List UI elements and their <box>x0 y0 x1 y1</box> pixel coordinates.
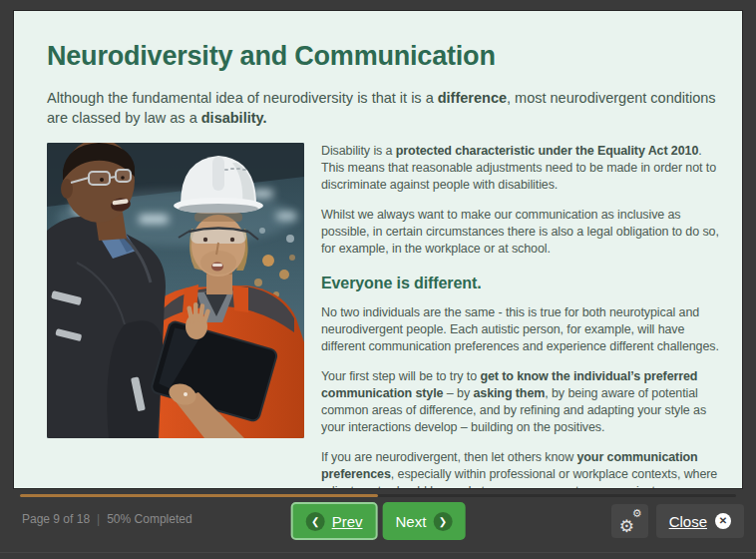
x-circle-icon: ✕ <box>715 513 731 529</box>
player-footer: Page 9 of 18|50% Completed ❮ Prev Next ❯… <box>0 489 756 559</box>
workers-photo <box>47 143 304 438</box>
page-title: Neurodiversity and Communication <box>47 41 726 72</box>
progress-fill <box>20 494 378 497</box>
settings-button[interactable]: ⚙ ⚙ <box>611 504 648 538</box>
slide-columns: Disability is a protected characteristic… <box>47 143 726 489</box>
paragraph: No two individuals are the same - this i… <box>321 304 722 355</box>
separator: | <box>97 512 100 526</box>
slide-body: Disability is a protected characteristic… <box>321 143 726 489</box>
cogs-icon: ⚙ ⚙ <box>619 511 640 532</box>
paragraph: Whilst we always want to make our commun… <box>321 207 722 258</box>
nav-buttons: ❮ Prev Next ❯ <box>291 502 466 540</box>
slide-card: Neurodiversity and Communication Althoug… <box>13 10 743 489</box>
paragraph: Your first step will be to try to get to… <box>321 368 722 436</box>
workers-photo-illustration <box>47 143 304 438</box>
page-info: Page 9 of 18|50% Completed <box>22 512 192 526</box>
utility-buttons: ⚙ ⚙ Close ✕ <box>611 504 744 538</box>
next-button[interactable]: Next ❯ <box>383 502 466 540</box>
close-button-label: Close <box>669 513 707 530</box>
progress-bar <box>20 494 736 497</box>
progress-label: 50% Completed <box>107 512 191 526</box>
prev-button[interactable]: ❮ Prev <box>291 502 378 540</box>
chevron-right-icon: ❯ <box>433 512 452 531</box>
paragraph: Disability is a protected characteristic… <box>321 143 722 194</box>
paragraph: If you are neurodivergent, then let othe… <box>321 449 722 489</box>
slide-intro: Although the fundamental idea of neurodi… <box>47 88 726 129</box>
next-button-label: Next <box>396 513 427 530</box>
page-indicator: Page 9 of 18 <box>22 512 90 526</box>
close-button[interactable]: Close ✕ <box>656 504 744 538</box>
chevron-left-icon: ❮ <box>306 512 325 531</box>
subheading: Everyone is different. <box>321 273 722 294</box>
prev-button-label: Prev <box>332 513 363 530</box>
